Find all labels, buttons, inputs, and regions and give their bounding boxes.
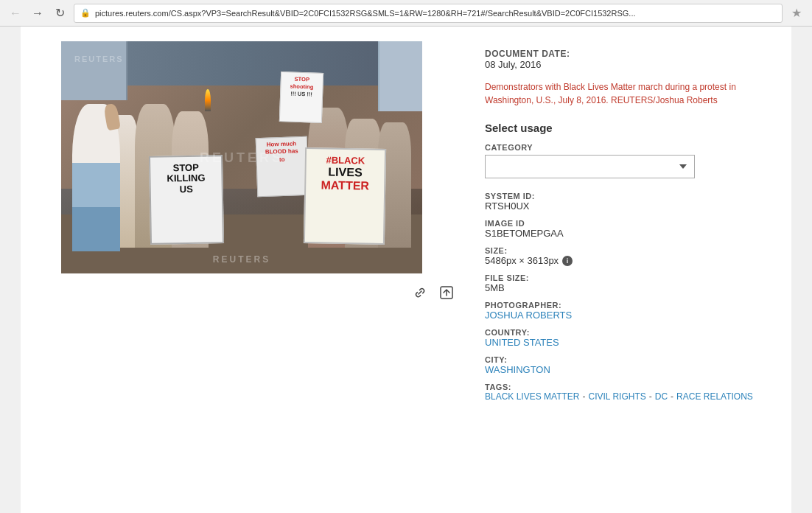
tag-race-relations[interactable]: RACE RELATIONS [676, 391, 753, 402]
tag-black-lives-matter[interactable]: BLACK LIVES MATTER [485, 391, 579, 402]
photographer-label: PHOTOGRAPHER: [485, 301, 777, 310]
image-id-section: IMAGE ID S1BETOMEPGAA [485, 219, 777, 239]
tag-civil-rights[interactable]: CIVIL RIGHTS [588, 391, 645, 402]
details-panel: DOCUMENT DATE: 08 July, 2016 Demonstrato… [470, 41, 784, 416]
size-section: SIZE: 5486px × 3613px i [485, 246, 777, 266]
share-button[interactable] [438, 284, 455, 305]
lock-icon: 🔒 [80, 8, 91, 18]
browser-chrome: ← → ↻ 🔒 pictures.reuters.com/CS.aspx?VP3… [0, 0, 812, 27]
tag-dc[interactable]: DC [655, 391, 668, 402]
photographer-value[interactable]: JOSHUA ROBERTS [485, 310, 572, 321]
tag-separator-1: - [582, 391, 585, 402]
select-usage-label: Select usage [485, 122, 777, 134]
content-area: STOP KILLING US #BLACK LIVES MATTER STOP… [21, 27, 791, 431]
tag-separator-2: - [649, 391, 652, 402]
category-select[interactable] [485, 155, 695, 178]
city-label: CITY: [485, 355, 777, 364]
reload-button[interactable]: ↻ [52, 5, 68, 21]
page-wrapper: STOP KILLING US #BLACK LIVES MATTER STOP… [21, 27, 791, 513]
address-bar[interactable]: 🔒 pictures.reuters.com/CS.aspx?VP3=Searc… [74, 4, 783, 23]
country-section: COUNTRY: UNITED STATES [485, 328, 777, 348]
file-size-label: FILE SIZE: [485, 273, 777, 282]
tags-label: TAGS: [485, 383, 777, 391]
bookmark-button[interactable]: ★ [788, 5, 805, 21]
sign-how-much: How much BLOOD has to [256, 136, 309, 197]
system-id-label: SYSTEM ID: [485, 192, 777, 200]
image-toolbar [411, 284, 455, 305]
sign-blm: #BLACK LIVES MATTER [304, 147, 386, 245]
size-info-icon[interactable]: i [562, 256, 573, 266]
country-label: COUNTRY: [485, 328, 777, 337]
size-label: SIZE: [485, 246, 777, 255]
file-size-section: FILE SIZE: 5MB [485, 273, 777, 293]
document-date-value: 08 July, 2016 [485, 59, 777, 70]
image-id-value: S1BETOMEPGAA [485, 228, 777, 239]
sign-stop-killing: STOP KILLING US [149, 155, 224, 245]
url-text: pictures.reuters.com/CS.aspx?VP3=SearchR… [95, 9, 636, 18]
forward-button[interactable]: → [29, 5, 46, 21]
file-size-value: 5MB [485, 282, 777, 293]
system-id-value: RTSH0UX [485, 200, 777, 212]
photographer-section: PHOTOGRAPHER: JOSHUA ROBERTS [485, 301, 777, 321]
tag-separator-3: - [671, 391, 673, 402]
protest-image: STOP KILLING US #BLACK LIVES MATTER STOP… [61, 41, 422, 273]
system-id-section: SYSTEM ID: RTSH0UX [485, 192, 777, 212]
document-date-label: DOCUMENT DATE: [485, 49, 777, 59]
city-value[interactable]: WASHINGTON [485, 364, 550, 375]
caption-text: Demonstrators with Black Lives Matter ma… [485, 80, 777, 107]
back-button[interactable]: ← [7, 5, 24, 21]
link-button[interactable] [411, 284, 429, 305]
image-panel: STOP KILLING US #BLACK LIVES MATTER STOP… [28, 41, 455, 416]
tags-row: BLACK LIVES MATTER - CIVIL RIGHTS - DC -… [485, 391, 777, 402]
category-label: CATEGORY [485, 143, 777, 152]
image-id-label: IMAGE ID [485, 219, 777, 228]
city-section: CITY: WASHINGTON [485, 355, 777, 375]
image-container: STOP KILLING US #BLACK LIVES MATTER STOP… [61, 41, 422, 273]
country-value[interactable]: UNITED STATES [485, 337, 559, 348]
size-value: 5486px × 3613px [485, 255, 559, 266]
size-info: 5486px × 3613px i [485, 255, 777, 266]
document-date-section: DOCUMENT DATE: 08 July, 2016 [485, 49, 777, 70]
tags-section: TAGS: BLACK LIVES MATTER - CIVIL RIGHTS … [485, 383, 777, 402]
